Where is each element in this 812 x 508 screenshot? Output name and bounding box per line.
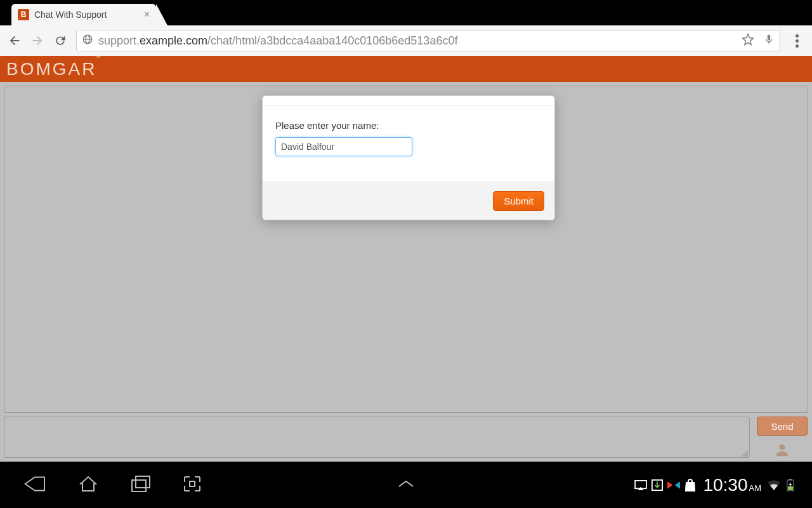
- android-navbar: 10:30AM: [0, 462, 812, 508]
- download-status-icon: [651, 479, 664, 491]
- forward-icon[interactable]: [30, 34, 44, 48]
- resize-grip-icon[interactable]: [741, 450, 748, 457]
- address-bar: support.example.com/chat/html/a3bdcca4aa…: [0, 25, 812, 56]
- user-icon: [775, 443, 789, 457]
- brand-logo: BOMGAR™: [6, 59, 103, 79]
- refresh-icon[interactable]: [53, 34, 67, 48]
- globe-icon: [82, 34, 93, 48]
- battery-status-icon: [784, 479, 797, 491]
- dialog-header: [263, 96, 554, 106]
- browser-chrome: B Chat With Support × support.example.co…: [0, 0, 812, 56]
- tab-favicon: B: [18, 9, 29, 20]
- svg-rect-0: [132, 480, 146, 491]
- url-text: support.example.com/chat/html/a3bdcca4aa…: [98, 34, 457, 48]
- tab-bar: B Chat With Support ×: [0, 0, 812, 25]
- name-prompt-dialog: Please enter your name: Submit: [262, 95, 555, 220]
- shop-status-icon: [684, 479, 697, 491]
- name-input[interactable]: [275, 137, 412, 156]
- send-button[interactable]: Send: [757, 417, 808, 436]
- star-icon[interactable]: [742, 33, 754, 49]
- browser-tab[interactable]: B Chat With Support ×: [11, 4, 156, 25]
- home-nav-icon[interactable]: [77, 474, 99, 496]
- status-clock: 10:30AM: [703, 475, 761, 495]
- chat-compose-row: Send: [4, 417, 808, 458]
- media-status-icon: [667, 479, 680, 491]
- tab-title: Chat With Support: [34, 10, 107, 20]
- back-nav-icon[interactable]: [22, 474, 46, 496]
- name-prompt-label: Please enter your name:: [275, 120, 542, 131]
- content-area: Please enter your name: Submit Send: [0, 82, 812, 462]
- status-bar: 10:30AM: [634, 475, 797, 495]
- menu-icon[interactable]: [789, 34, 804, 48]
- chat-transcript: Please enter your name: Submit: [4, 86, 808, 413]
- mic-icon[interactable]: [763, 34, 775, 48]
- svg-rect-6: [789, 479, 792, 480]
- wifi-status-icon: [768, 479, 780, 491]
- chat-message-input[interactable]: [4, 417, 750, 458]
- svg-rect-2: [190, 481, 195, 486]
- cast-status-icon: [634, 479, 647, 491]
- back-icon[interactable]: [8, 34, 22, 48]
- tab-close-icon[interactable]: ×: [144, 9, 150, 20]
- submit-button[interactable]: Submit: [493, 191, 544, 211]
- screenshot-nav-icon[interactable]: [183, 475, 202, 495]
- recent-nav-icon[interactable]: [131, 475, 151, 495]
- expand-nav-icon[interactable]: [396, 479, 416, 491]
- svg-rect-1: [136, 476, 150, 488]
- url-box[interactable]: support.example.com/chat/html/a3bdcca4aa…: [76, 30, 780, 51]
- brand-header: BOMGAR™: [0, 56, 812, 82]
- svg-rect-7: [788, 486, 793, 490]
